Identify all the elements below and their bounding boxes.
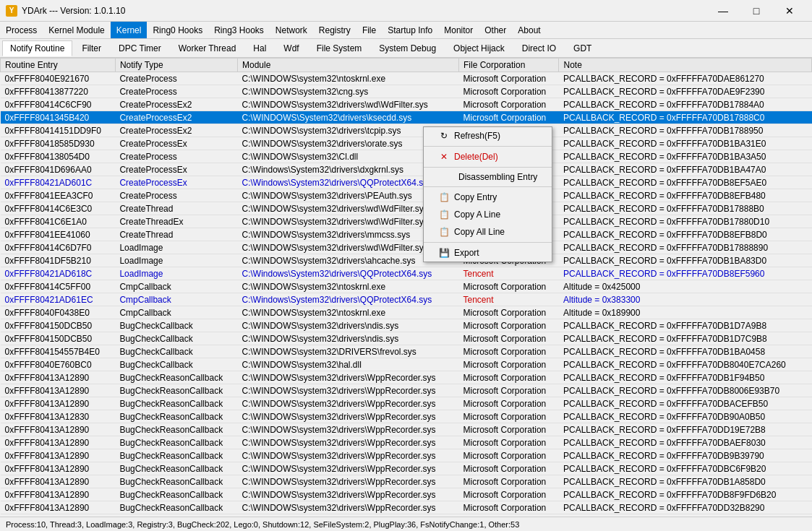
menu-item-kernel[interactable]: Kernel	[111, 22, 148, 38]
table-row[interactable]: 0xFFFF80421AD618CLoadImageC:\Windows\Sys…	[1, 267, 812, 280]
menu-item-process[interactable]: Process	[0, 22, 43, 38]
tab-file-system[interactable]: File System	[309, 40, 370, 56]
status-text: Process:10, Thread:3, LoadImage:3, Regis…	[6, 520, 519, 529]
tab-direct-io[interactable]: Direct IO	[514, 40, 564, 56]
table-row[interactable]: 0xFFFF80414151DD9F0CreateProcessEx2C:\WI…	[1, 124, 812, 137]
col-header-module: Module	[237, 59, 458, 72]
table-row[interactable]: 0xFFFF8041345B420CreateProcessEx2C:\WIND…	[1, 111, 812, 124]
table-row[interactable]: 0xFFFF8041EE41060CreateThreadC:\WINDOWS\…	[1, 228, 812, 241]
context-menu-item-copy-all-line[interactable]: 📋Copy All Line	[424, 223, 552, 241]
table-row[interactable]: 0xFFFF804150DCB50BugCheckCallbackC:\WIND…	[1, 319, 812, 332]
table-row[interactable]: 0xFFFF80413A12890BugCheckReasonCallbackC…	[1, 449, 812, 462]
context-menu-item-copy-a-line[interactable]: 📋Copy A Line	[424, 206, 552, 223]
table-row[interactable]: 0xFFFF804154557B4E0BugCheckCallbackC:\WI…	[1, 345, 812, 358]
col-header-note: Note	[559, 59, 812, 72]
table-row[interactable]: 0xFFFF80413A12890BugCheckReasonCallbackC…	[1, 501, 812, 514]
data-table: Routine EntryNotify TypeModuleFile Corpo…	[0, 58, 812, 517]
tab-dpc-timer[interactable]: DPC Timer	[111, 40, 169, 56]
col-header-routine-entry: Routine Entry	[1, 59, 116, 72]
app-icon: Y	[6, 5, 17, 17]
table-row[interactable]: 0xFFFF80413A12830BugCheckReasonCallbackC…	[1, 410, 812, 423]
context-menu-item-refresh-f5-[interactable]: ↻Refresh(F5)	[424, 127, 552, 144]
context-menu-icon: 📋	[438, 191, 450, 203]
table-row[interactable]: 0xFFFF80413A12890BugCheckReasonCallbackC…	[1, 371, 812, 384]
context-menu-label: Copy All Line	[454, 227, 505, 237]
context-menu-label: Refresh(F5)	[454, 131, 500, 141]
table-row[interactable]: 0xFFFF80413A12890BugCheckReasonCallbackC…	[1, 397, 812, 410]
context-menu-item-copy-entry[interactable]: 📋Copy Entry	[424, 189, 552, 206]
table-row[interactable]: 0xFFFF8041DF5B210LoadImageC:\WINDOWS\sys…	[1, 254, 812, 267]
context-menu-item-disassembling-entry[interactable]: Disassembling Entry	[424, 169, 552, 185]
table-row[interactable]: 0xFFFF804150DCB50BugCheckCallbackC:\WIND…	[1, 332, 812, 345]
menu-item-startup-info[interactable]: Startup Info	[382, 22, 438, 38]
menu-item-network[interactable]: Network	[270, 22, 313, 38]
table-row[interactable]: 0xFFFF80413A12890BugCheckReasonCallbackC…	[1, 475, 812, 488]
menu-item-registry[interactable]: Registry	[313, 22, 356, 38]
context-menu-label: Delete(Del)	[454, 152, 498, 162]
context-menu-icon: 📋	[438, 209, 450, 220]
context-menu-label: Copy A Line	[454, 210, 500, 220]
menu-item-other[interactable]: Other	[479, 22, 512, 38]
titlebar: Y YDArk --- Version: 1.0.1.10 — □ ✕	[0, 0, 812, 22]
window-controls: — □ ✕	[706, 0, 806, 22]
table-row[interactable]: 0xFFFF8041C6E1A0CreateThreadExC:\WINDOWS…	[1, 215, 812, 228]
toolbar-tabs: Notify RoutineFilterDPC TimerWorker Thre…	[0, 39, 812, 58]
menu-item-file[interactable]: File	[356, 22, 382, 38]
context-menu[interactable]: ↻Refresh(F5)✕Delete(Del)Disassembling En…	[423, 126, 552, 262]
context-menu-item-delete-del-[interactable]: ✕Delete(Del)	[424, 148, 552, 165]
table-row[interactable]: 0xFFFF80414C6D7F0LoadImageC:\WINDOWS\sys…	[1, 241, 812, 254]
menu-item-monitor[interactable]: Monitor	[438, 22, 479, 38]
context-menu-item-export[interactable]: 💾Export	[424, 244, 552, 262]
context-menu-separator	[424, 186, 552, 187]
tab-wdf[interactable]: Wdf	[275, 40, 307, 56]
context-menu-separator	[424, 146, 552, 147]
table-row[interactable]: 0xFFFF80414C6CF90CreateProcessEx2C:\WIND…	[1, 98, 812, 111]
tab-worker-thread[interactable]: Worker Thread	[171, 40, 244, 56]
context-menu-separator	[424, 242, 552, 243]
table-row[interactable]: 0xFFFF80414C5FF00CmpCallbackC:\WINDOWS\s…	[1, 280, 812, 293]
context-menu-label: Disassembling Entry	[458, 172, 537, 182]
table-row[interactable]: 0xFFFF8040E921670CreateProcessC:\WINDOWS…	[1, 72, 812, 85]
tab-gdt[interactable]: GDT	[565, 40, 599, 56]
menu-item-ring3-hooks[interactable]: Ring3 Hooks	[208, 22, 270, 38]
table-container[interactable]: Routine EntryNotify TypeModuleFile Corpo…	[0, 58, 812, 517]
table-row[interactable]: 0xFFFF80413A12890BugCheckReasonCallbackC…	[1, 488, 812, 501]
menu-item-ring0-hooks[interactable]: Ring0 Hooks	[147, 22, 208, 38]
table-row[interactable]: 0xFFFF804138054D0CreateProcessC:\WINDOWS…	[1, 150, 812, 163]
maximize-button[interactable]: □	[740, 0, 773, 22]
statusbar: Process:10, Thread:3, LoadImage:3, Regis…	[0, 517, 812, 531]
table-row[interactable]: 0xFFFF80413A12890BugCheckReasonCallbackC…	[1, 514, 812, 517]
context-menu-label: Copy Entry	[454, 192, 497, 202]
table-row[interactable]: 0xFFFF80418585D930CreateProcessExC:\WIND…	[1, 137, 812, 150]
context-menu-label: Export	[454, 248, 479, 258]
table-row[interactable]: 0xFFFF80421AD601CCreateProcessExC:\Windo…	[1, 176, 812, 189]
table-row[interactable]: 0xFFFF8041EEA3CF0CreateProcessC:\WINDOWS…	[1, 189, 812, 202]
table-row[interactable]: 0xFFFF80413A12890BugCheckReasonCallbackC…	[1, 423, 812, 436]
menubar: ProcessKernel ModuleKernelRing0 HooksRin…	[0, 22, 812, 39]
tab-notify-routine[interactable]: Notify Routine	[2, 40, 72, 56]
context-menu-icon: 💾	[438, 247, 450, 259]
tab-filter[interactable]: Filter	[74, 40, 109, 56]
col-header-file-corporation: File Corporation	[459, 59, 559, 72]
col-header-notify-type: Notify Type	[115, 59, 237, 72]
table-row[interactable]: 0xFFFF80413A12890BugCheckReasonCallbackC…	[1, 436, 812, 449]
close-button[interactable]: ✕	[773, 0, 806, 22]
table-row[interactable]: 0xFFFF8041D696AA0CreateProcessExC:\Windo…	[1, 163, 812, 176]
tab-system-debug[interactable]: System Debug	[371, 40, 444, 56]
menu-item-kernel-module[interactable]: Kernel Module	[43, 22, 110, 38]
table-row[interactable]: 0xFFFF80413A12890BugCheckReasonCallbackC…	[1, 384, 812, 397]
tab-object-hijack[interactable]: Object Hijack	[445, 40, 513, 56]
menu-item-about[interactable]: About	[512, 22, 546, 38]
table-row[interactable]: 0xFFFF8040E760BC0BugCheckCallbackC:\WIND…	[1, 358, 812, 371]
table-row[interactable]: 0xFFFF80414C6E3C0CreateThreadC:\WINDOWS\…	[1, 202, 812, 215]
table-row[interactable]: 0xFFFF8040F0438E0CmpCallbackC:\WINDOWS\s…	[1, 306, 812, 319]
table-row[interactable]: 0xFFFF80413877220CreateProcessC:\WINDOWS…	[1, 85, 812, 98]
context-menu-separator	[424, 167, 552, 168]
table-row[interactable]: 0xFFFF80413A12890BugCheckReasonCallbackC…	[1, 462, 812, 475]
context-menu-icon: 📋	[438, 226, 450, 238]
minimize-button[interactable]: —	[706, 0, 740, 22]
table-row[interactable]: 0xFFFF80421AD61ECCmpCallbackC:\Windows\S…	[1, 293, 812, 306]
context-menu-icon: ✕	[438, 151, 450, 163]
tab-hal[interactable]: Hal	[245, 40, 274, 56]
app-title: YDArk --- Version: 1.0.1.10	[22, 6, 706, 16]
